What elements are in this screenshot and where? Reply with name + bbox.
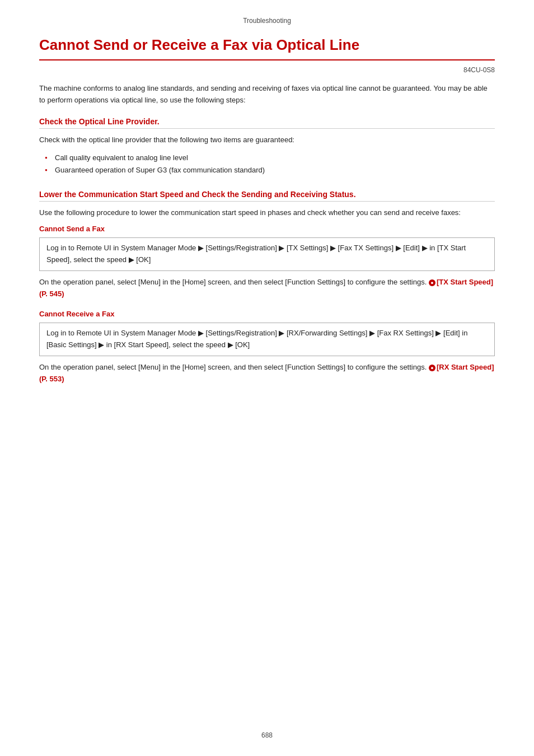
breadcrumb: Troubleshooting: [39, 17, 495, 25]
list-item: Call quality equivalent to analog line l…: [45, 152, 495, 164]
section1-intro: Check with the optical line provider tha…: [39, 134, 495, 146]
section2-intro: Use the following procedure to lower the…: [39, 207, 495, 219]
link-icon: ●: [429, 279, 435, 286]
subsection-cannot-send: Cannot Send a Fax Log in to Remote UI in…: [39, 225, 495, 300]
list-item: Guaranteed operation of Super G3 (fax co…: [45, 164, 495, 176]
subsection1-heading: Cannot Send a Fax: [39, 225, 495, 233]
section-optical-line: Check the Optical Line Provider. Check w…: [39, 117, 495, 176]
intro-text: The machine conforms to analog line stan…: [39, 83, 495, 106]
link-icon: ●: [429, 365, 435, 371]
page-title: Cannot Send or Receive a Fax via Optical…: [39, 36, 495, 60]
section-communication-speed: Lower the Communication Start Speed and …: [39, 190, 495, 385]
doc-id: 84CU-0S8: [39, 66, 495, 74]
subsection1-after-text-prefix: On the operation panel, select [Menu] in…: [39, 278, 427, 286]
section1-heading: Check the Optical Line Provider.: [39, 117, 495, 129]
section2-heading: Lower the Communication Start Speed and …: [39, 190, 495, 202]
subsection2-heading: Cannot Receive a Fax: [39, 310, 495, 318]
subsection2-step-box: Log in to Remote UI in System Manager Mo…: [39, 323, 495, 356]
subsection1-after-text: On the operation panel, select [Menu] in…: [39, 277, 495, 300]
page-number: 688: [0, 731, 534, 739]
subsection1-step-box: Log in to Remote UI in System Manager Mo…: [39, 237, 495, 271]
section1-bullets: Call quality equivalent to analog line l…: [45, 152, 495, 176]
subsection2-after-text: On the operation panel, select [Menu] in…: [39, 362, 495, 385]
subsection2-after-text-prefix: On the operation panel, select [Menu] in…: [39, 363, 427, 371]
subsection-cannot-receive: Cannot Receive a Fax Log in to Remote UI…: [39, 310, 495, 385]
